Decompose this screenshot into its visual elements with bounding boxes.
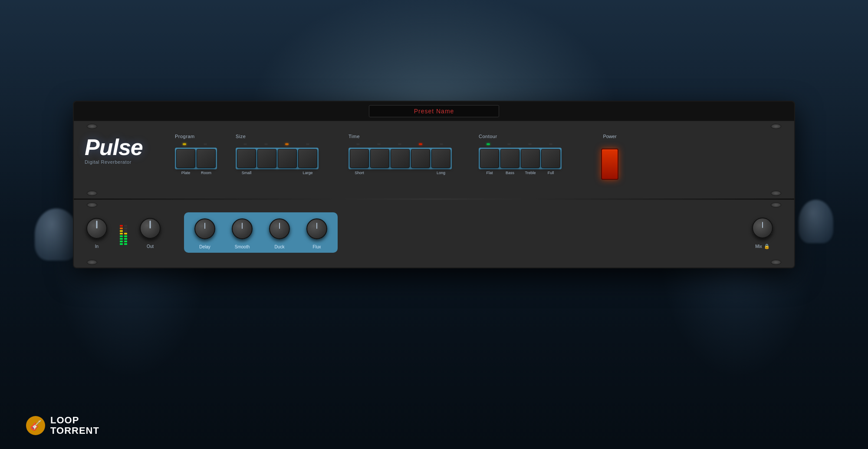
vu-bar-green-r1 — [124, 235, 127, 237]
duck-knob-group: Duck — [267, 217, 292, 249]
in-knob-wrap — [85, 216, 109, 241]
time-btn-1[interactable] — [350, 149, 369, 168]
program-light-2 — [196, 143, 215, 145]
smooth-knob-group: Smooth — [230, 217, 254, 249]
in-knob[interactable] — [86, 218, 107, 239]
jellyfish-right-decoration — [799, 200, 833, 243]
vu-bar-green-1 — [120, 235, 123, 237]
time-btn-3[interactable] — [391, 149, 410, 168]
vu-bar-yellow-2 — [120, 233, 123, 234]
program-label: Program — [175, 134, 229, 139]
screw-bl-left — [87, 202, 97, 208]
effects-band: Delay — [184, 212, 338, 253]
small-label: Small — [237, 171, 256, 175]
time-label: Time — [349, 134, 472, 139]
size-btn-labels: Small Large — [236, 171, 342, 175]
top-screw-row — [80, 121, 788, 132]
contour-btn-flat[interactable] — [480, 149, 499, 168]
smooth-label: Smooth — [235, 244, 250, 249]
contour-btn-full[interactable] — [541, 149, 560, 168]
size-lights — [236, 142, 342, 146]
preset-name-display[interactable]: Preset Name — [369, 105, 499, 117]
screw-bottom-left — [87, 191, 97, 196]
size-section: Size Small Large — [232, 134, 345, 175]
time-btn-5[interactable] — [431, 149, 450, 168]
delay-knob[interactable] — [194, 218, 215, 239]
vu-bar-yellow-r1 — [124, 233, 127, 234]
contour-light-3 — [520, 143, 539, 145]
time-light-1 — [349, 143, 368, 145]
vu-bar-orange — [120, 228, 123, 229]
mix-label: Mix — [755, 244, 762, 249]
vu-meter — [120, 221, 127, 245]
program-plate-button[interactable] — [176, 149, 195, 168]
vu-bar-off-1 — [124, 225, 127, 227]
contour-lights — [479, 142, 585, 146]
out-label: Out — [147, 244, 154, 249]
smooth-knob[interactable] — [232, 218, 253, 239]
size-btn-4[interactable] — [298, 149, 317, 168]
time-light-4 — [411, 143, 430, 145]
size-label-3 — [278, 171, 297, 175]
time-light-5 — [432, 143, 451, 145]
watermark-text: LOOP TORRENT — [50, 415, 99, 436]
size-btn-1[interactable] — [237, 149, 256, 168]
vu-right-channel — [124, 221, 127, 245]
screw-bl-right — [771, 202, 781, 208]
contour-btn-bass[interactable] — [500, 149, 519, 168]
duck-knob-wrap — [267, 217, 292, 241]
in-label: In — [95, 244, 99, 249]
watermark: 🎸 LOOP TORRENT — [26, 415, 99, 436]
power-label: Power — [603, 134, 616, 139]
contour-button-band — [479, 148, 562, 169]
contour-btn-treble[interactable] — [521, 149, 540, 168]
mix-label-row: Mix 🔒 — [755, 244, 770, 249]
out-knob[interactable] — [140, 218, 161, 239]
power-section: Power — [588, 134, 618, 186]
bottom-top-screws — [80, 200, 788, 210]
size-label-2 — [257, 171, 276, 175]
power-button[interactable] — [601, 149, 618, 180]
in-knob-group: In — [85, 216, 109, 249]
time-btn-4[interactable] — [411, 149, 430, 168]
size-btn-3[interactable] — [278, 149, 297, 168]
duck-knob[interactable] — [269, 218, 290, 239]
plate-label: Plate — [176, 171, 195, 175]
room-label: Room — [197, 171, 216, 175]
logo-title: Pulse — [85, 136, 163, 158]
time-button-band — [349, 148, 452, 169]
size-light-3 — [277, 143, 296, 145]
vu-bar-yellow-1 — [120, 230, 123, 232]
time-lights — [349, 142, 472, 146]
smooth-knob-wrap — [230, 217, 254, 241]
program-room-button[interactable] — [197, 149, 216, 168]
time-btn-labels: Short Long — [349, 171, 472, 175]
vu-left-channel — [120, 221, 123, 245]
logo-area: Pulse Digital Reverberator — [85, 134, 171, 165]
time-light-3 — [390, 143, 409, 145]
vu-bar-green-3 — [120, 241, 123, 242]
time-section: Time Short — [345, 134, 475, 175]
size-btn-2[interactable] — [257, 149, 276, 168]
screw-top-left — [87, 124, 97, 129]
contour-light-2 — [500, 143, 519, 145]
bottom-bottom-screws — [80, 257, 788, 267]
out-knob-group: Out — [138, 216, 162, 249]
long-label: Long — [431, 171, 450, 175]
large-label: Large — [298, 171, 317, 175]
contour-btn-labels: Flat Bass Treble Full — [479, 171, 585, 175]
flux-knob[interactable] — [306, 218, 327, 239]
time-btn-2[interactable] — [370, 149, 389, 168]
screw-bb-left — [87, 260, 97, 265]
rack-unit: Preset Name Pulse Digital Reverberator P… — [73, 101, 795, 268]
vu-bar-green-4 — [120, 243, 123, 245]
vu-bar-off-2 — [124, 228, 127, 229]
mix-knob[interactable] — [752, 218, 773, 238]
duck-label: Duck — [275, 244, 285, 249]
flat-label: Flat — [480, 171, 499, 175]
contour-section: Contour Flat Bass Treble Fu — [475, 134, 588, 175]
size-button-band — [236, 148, 319, 169]
vu-bar-green-2 — [120, 238, 123, 240]
program-section: Program Plate Room — [171, 134, 232, 175]
vu-bar-green-r4 — [124, 243, 127, 245]
